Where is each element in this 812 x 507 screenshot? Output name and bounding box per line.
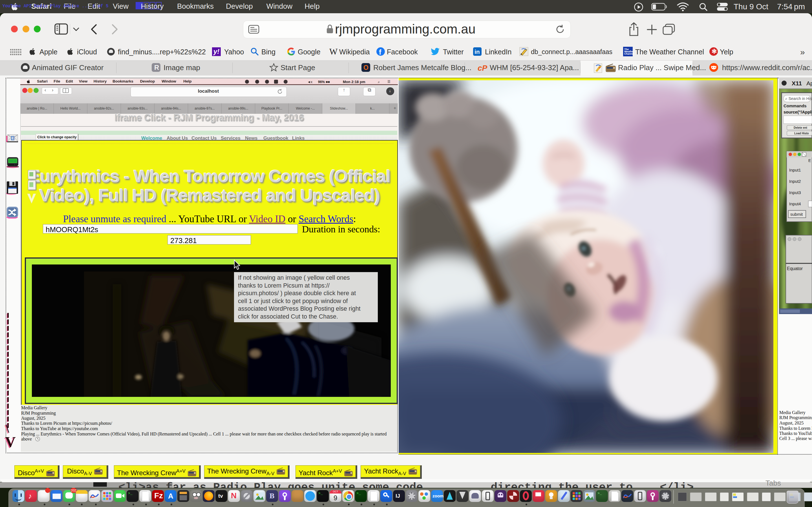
svg-text:Input4: Input4 (789, 202, 801, 206)
svg-text:Input1: Input1 (789, 168, 801, 172)
svg-text:Input3: Input3 (789, 190, 801, 195)
svg-text:Commands: Commands (783, 103, 807, 108)
svg-text:Equator: Equator (787, 266, 803, 271)
svg-text:E: E (11, 136, 14, 140)
svg-text:Load Histo: Load Histo (794, 132, 809, 135)
svg-text:submit: submit (790, 212, 803, 217)
svg-text:Input2: Input2 (789, 179, 801, 184)
svg-text:source("/Appli: source("/Appli (783, 110, 812, 114)
svg-text:X11: X11 (792, 80, 802, 87)
svg-text:Ap: Ap (806, 80, 812, 87)
svg-text:⌕ Search in Hist: ⌕ Search in Hist (785, 96, 812, 101)
svg-text:E: E (808, 158, 811, 163)
svg-text:Delete ent: Delete ent (794, 126, 807, 129)
svg-text:888.88: 888.88 (9, 160, 16, 162)
